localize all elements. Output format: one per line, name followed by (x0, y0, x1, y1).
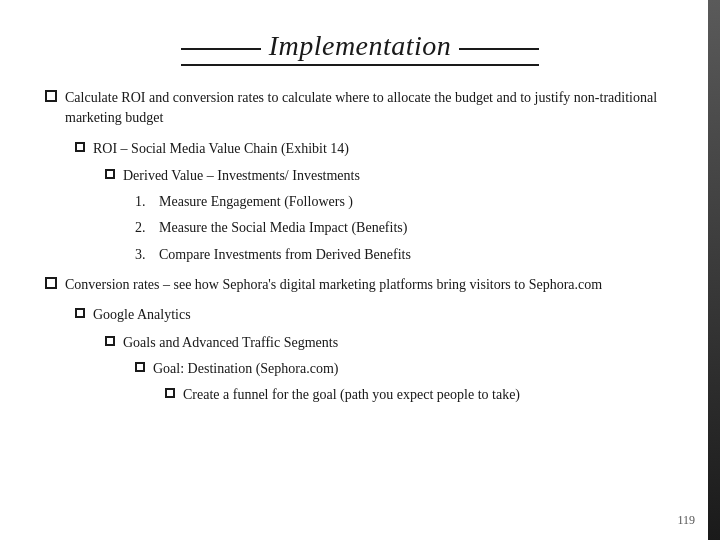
section2-goal-text: Goal: Destination (Sephora.com) (153, 359, 338, 379)
item2-text: Measure the Social Media Impact (Benefit… (159, 218, 407, 238)
item1-text: Measure Engagement (Followers ) (159, 192, 353, 212)
slide: Implementation Calculate ROI and convers… (0, 0, 720, 540)
section2-sub1-sub1-text: Goals and Advanced Traffic Segments (123, 333, 338, 353)
bullet-icon (75, 142, 85, 152)
bullet-icon (105, 336, 115, 346)
list-item: 1. Measure Engagement (Followers ) (45, 192, 680, 212)
bullet-icon (105, 169, 115, 179)
item3-text: Compare Investments from Derived Benefit… (159, 245, 411, 265)
num-2: 2. (135, 218, 153, 238)
section2-sub1-text: Google Analytics (93, 305, 191, 325)
num-3: 3. (135, 245, 153, 265)
list-item: Derived Value – Investments/ Investments (45, 166, 680, 186)
num-1: 1. (135, 192, 153, 212)
list-item: 3. Compare Investments from Derived Bene… (45, 245, 680, 265)
list-item: ROI – Social Media Value Chain (Exhibit … (45, 139, 680, 159)
list-item: Google Analytics (45, 305, 680, 325)
list-item: Goals and Advanced Traffic Segments (45, 333, 680, 353)
bullet-icon (45, 277, 57, 289)
bullet-icon (165, 388, 175, 398)
title-container: Implementation (40, 30, 680, 66)
list-item: Calculate ROI and conversion rates to ca… (45, 88, 680, 129)
bullet-icon (75, 308, 85, 318)
section1-sub1-text: ROI – Social Media Value Chain (Exhibit … (93, 139, 349, 159)
list-item: Create a funnel for the goal (path you e… (45, 385, 680, 405)
section1-sub1-sub1-text: Derived Value – Investments/ Investments (123, 166, 360, 186)
list-item: Goal: Destination (Sephora.com) (45, 359, 680, 379)
bullet-icon (45, 90, 57, 102)
section2-text: Conversion rates – see how Sephora's dig… (65, 275, 602, 295)
section1-text: Calculate ROI and conversion rates to ca… (65, 88, 680, 129)
bullet-icon (135, 362, 145, 372)
list-item: Conversion rates – see how Sephora's dig… (45, 275, 680, 295)
slide-title: Implementation (181, 30, 540, 66)
page-number: 119 (677, 513, 695, 528)
sidebar-decoration (708, 0, 720, 540)
list-item: 2. Measure the Social Media Impact (Bene… (45, 218, 680, 238)
section2-funnel-text: Create a funnel for the goal (path you e… (183, 385, 520, 405)
main-content: Calculate ROI and conversion rates to ca… (40, 88, 680, 406)
